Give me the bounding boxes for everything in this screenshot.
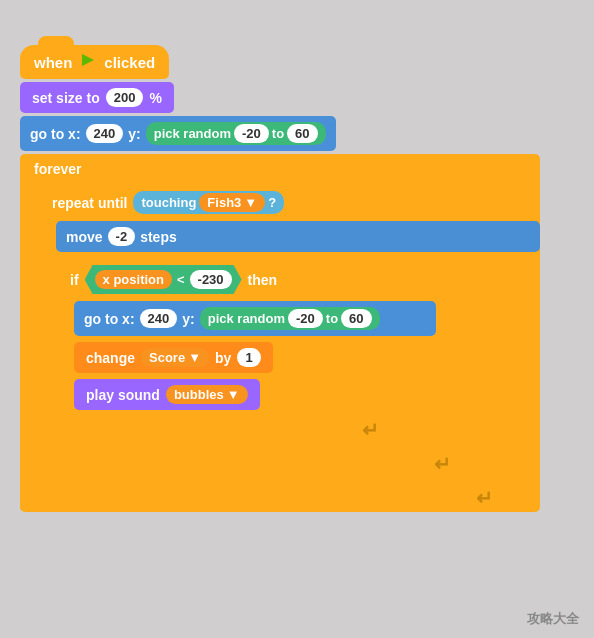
if-header: if x position < -230 then: [56, 258, 436, 301]
if-inner: go to x: 240 y: pick random -20 to 60: [74, 301, 436, 416]
set-size-unit: %: [149, 90, 161, 106]
score-pill[interactable]: Score ▼: [141, 348, 209, 367]
move-steps-label: steps: [140, 229, 177, 245]
touching-pill[interactable]: touching Fish3 ▼ ?: [133, 191, 284, 214]
when-label: when: [34, 54, 72, 71]
clicked-label: clicked: [104, 54, 155, 71]
pick-random-2[interactable]: pick random -20 to 60: [200, 307, 380, 330]
pick-random-max-1[interactable]: 60: [287, 124, 317, 143]
pick-random-label-1: pick random: [154, 126, 231, 141]
watermark: 攻略大全: [527, 610, 579, 628]
repeat-inner: move -2 steps if x p: [56, 221, 540, 450]
forever-label: forever: [34, 161, 81, 177]
set-size-block[interactable]: set size to 200 %: [20, 82, 174, 113]
forever-block: forever repeat until touching Fish3 ▼ ?: [20, 154, 540, 512]
bubbles-dropdown[interactable]: ▼: [227, 387, 240, 402]
fish3-label: Fish3: [207, 195, 241, 210]
go-to-x-value-1[interactable]: 240: [86, 124, 124, 143]
change-value[interactable]: 1: [237, 348, 260, 367]
if-label: if: [70, 272, 79, 288]
repeat-until-block: repeat until touching Fish3 ▼ ?: [38, 184, 540, 478]
pick-random-min-1[interactable]: -20: [234, 124, 269, 143]
if-footer: [62, 423, 102, 439]
fish3-pill[interactable]: Fish3 ▼: [199, 193, 265, 212]
x-position-label: x position: [103, 272, 164, 287]
pick-random-1[interactable]: pick random -20 to 60: [146, 122, 326, 145]
condition-value[interactable]: -230: [190, 270, 232, 289]
operator-label: <: [177, 272, 185, 287]
to-label-1: to: [272, 126, 284, 141]
play-sound-block[interactable]: play sound bubbles ▼: [74, 379, 260, 410]
go-to-block-1[interactable]: go to x: 240 y: pick random -20 to 60: [20, 116, 336, 151]
x-position-pill[interactable]: x position: [95, 270, 172, 289]
repeat-footer: [44, 457, 94, 473]
play-sound-label: play sound: [86, 387, 160, 403]
go-to-y-label-1: y:: [128, 126, 140, 142]
forever-footer: [26, 491, 86, 507]
forever-inner: repeat until touching Fish3 ▼ ?: [38, 184, 540, 484]
to-label-2: to: [326, 311, 338, 326]
go-to-x-value-2[interactable]: 240: [140, 309, 178, 328]
forever-arrow: ↵: [476, 486, 493, 510]
go-to-label-1: go to x:: [30, 126, 81, 142]
bubbles-pill[interactable]: bubbles ▼: [166, 385, 248, 404]
go-to-block-2[interactable]: go to x: 240 y: pick random -20 to 60: [74, 301, 436, 336]
change-block[interactable]: change Score ▼ by 1: [74, 342, 273, 373]
condition-hexagon[interactable]: x position < -230: [85, 265, 242, 294]
move-label: move: [66, 229, 103, 245]
change-label: change: [86, 350, 135, 366]
then-label: then: [248, 272, 278, 288]
set-size-value[interactable]: 200: [106, 88, 144, 107]
pick-random-max-2[interactable]: 60: [341, 309, 371, 328]
repeat-arrow: ↵: [434, 452, 451, 476]
flag-icon: [78, 52, 98, 72]
fish3-dropdown[interactable]: ▼: [244, 195, 257, 210]
svg-marker-0: [82, 54, 94, 66]
by-label: by: [215, 350, 231, 366]
set-size-label: set size to: [32, 90, 100, 106]
move-value[interactable]: -2: [108, 227, 136, 246]
pick-random-min-2[interactable]: -20: [288, 309, 323, 328]
if-arrow: ↵: [362, 418, 379, 442]
scratch-program: when clicked set size to 200 % go to x: …: [20, 45, 540, 512]
go-to-y-label-2: y:: [182, 311, 194, 327]
question-mark: ?: [268, 195, 276, 210]
repeat-until-label: repeat until: [52, 195, 127, 211]
repeat-until-header: repeat until touching Fish3 ▼ ?: [38, 184, 540, 221]
if-block: if x position < -230 then: [56, 258, 436, 444]
go-to-label-2: go to x:: [84, 311, 135, 327]
pick-random-label-2: pick random: [208, 311, 285, 326]
move-block[interactable]: move -2 steps: [56, 221, 540, 252]
touching-label: touching: [141, 195, 196, 210]
score-label: Score: [149, 350, 185, 365]
when-flag-clicked-block[interactable]: when clicked: [20, 45, 169, 79]
score-dropdown[interactable]: ▼: [188, 350, 201, 365]
forever-header: forever: [20, 154, 540, 184]
bubbles-label: bubbles: [174, 387, 224, 402]
